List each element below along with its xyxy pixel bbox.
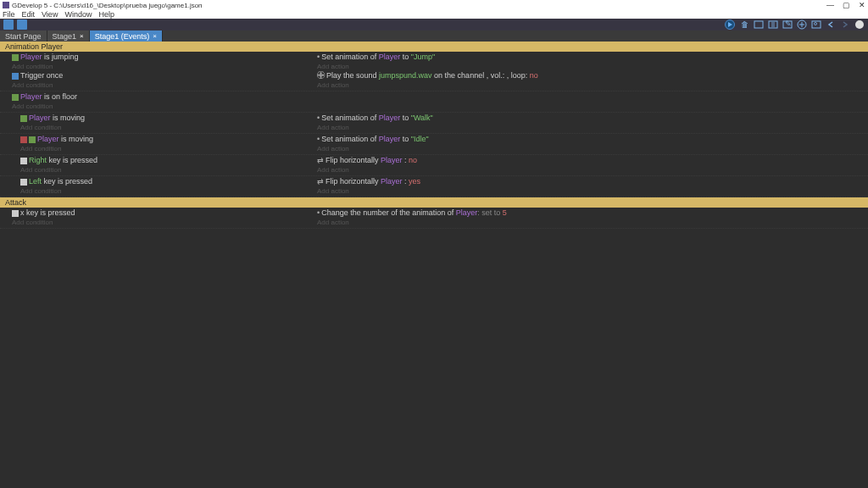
tab-stage1-events[interactable]: Stage1 (Events)× — [90, 30, 163, 42]
number-value: 5 — [503, 208, 507, 217]
bullet-icon: • — [317, 208, 320, 217]
search-events-icon[interactable] — [811, 19, 821, 30]
conditions-column[interactable]: Player is on floor Add condition — [0, 92, 314, 112]
condition-text: Trigger once — [20, 71, 63, 80]
add-action-link[interactable]: Add action — [317, 165, 865, 175]
menu-view[interactable]: View — [42, 10, 58, 19]
action-text: to — [400, 53, 411, 61]
tab-close-icon[interactable]: × — [80, 32, 84, 40]
object-ref: Player — [379, 135, 401, 143]
add-condition-link[interactable]: Add condition — [20, 165, 310, 175]
svg-point-7 — [855, 20, 864, 29]
add-condition-link[interactable]: Add condition — [20, 144, 310, 153]
undo-icon[interactable] — [826, 19, 836, 30]
window-title: GDevelop 5 - C:\Users\d16_\Desktop\prueb… — [12, 2, 826, 9]
tab-close-icon[interactable]: × — [153, 32, 157, 40]
action-text: to — [400, 114, 411, 122]
project-manager-icon[interactable] — [3, 19, 14, 30]
preview-play-button[interactable] — [725, 19, 735, 30]
action-text: to — [400, 135, 411, 143]
actions-column[interactable] — [314, 92, 868, 112]
object-ref: Player — [29, 114, 51, 122]
actions-column[interactable]: ⇄Flip horizontally Player : yes Add acti… — [314, 176, 868, 197]
actions-column[interactable]: •Set animation of Player to "Walk" Add a… — [314, 113, 868, 133]
action-text: Set animation of — [321, 114, 379, 122]
key-name: Left — [29, 177, 42, 186]
window-titlebar: GDevelop 5 - C:\Users\d16_\Desktop\prueb… — [0, 0, 868, 10]
condition-text: is moving — [59, 135, 94, 143]
add-action-link[interactable]: Add action — [317, 62, 865, 71]
event-row[interactable]: Player is on floor Add condition — [0, 92, 868, 113]
action-text: Play the sound — [326, 71, 379, 80]
tab-label: Stage1 (Events) — [95, 32, 150, 41]
event-row[interactable]: x key is pressed Add condition •Change t… — [0, 208, 868, 229]
add-action-link[interactable]: Add action — [317, 80, 865, 90]
conditions-column[interactable]: Left key is pressed Add condition — [0, 176, 314, 197]
bullet-icon: • — [317, 135, 320, 143]
add-action-link[interactable]: Add action — [317, 123, 865, 132]
conditions-column[interactable]: Player is moving Add condition — [0, 134, 314, 154]
add-condition-link[interactable]: Add condition — [20, 123, 310, 132]
export-icon[interactable] — [17, 19, 27, 30]
event-row[interactable]: Right key is pressed Add condition ⇄Flip… — [0, 155, 868, 176]
bool-value: no — [409, 156, 417, 164]
profile-icon[interactable] — [854, 19, 865, 30]
add-condition-link[interactable]: Add condition — [20, 186, 310, 196]
event-row[interactable]: Player is jumping Add condition Trigger … — [0, 52, 868, 92]
add-condition-link[interactable]: Add condition — [12, 62, 310, 71]
events-sheet: Animation Player Player is jumping Add c… — [0, 42, 868, 229]
add-action-link[interactable]: Add action — [317, 186, 865, 196]
trigger-once-icon — [12, 73, 19, 80]
add-subevent-icon[interactable] — [768, 19, 778, 30]
window-close-button[interactable]: ✕ — [859, 1, 865, 9]
group-animation-player[interactable]: Animation Player — [0, 42, 868, 52]
object-ref: Player — [379, 114, 401, 122]
event-row[interactable]: Player is moving Add condition •Set anim… — [0, 113, 868, 134]
action-text: Set animation of — [321, 135, 379, 143]
file-value: jumpspund.wav — [379, 71, 432, 80]
tab-start-page[interactable]: Start Page — [0, 30, 47, 42]
menu-edit[interactable]: Edit — [22, 10, 36, 19]
menu-help[interactable]: Help — [98, 10, 114, 19]
window-minimize-button[interactable]: — — [826, 1, 834, 9]
delete-icon[interactable]: 🗑 — [739, 19, 749, 30]
group-attack[interactable]: Attack — [0, 197, 868, 208]
action-text: Flip horizontally — [326, 156, 381, 164]
bool-value: no — [530, 71, 538, 80]
tab-label: Stage1 — [53, 32, 77, 41]
tab-stage1[interactable]: Stage1× — [47, 30, 90, 42]
conditions-column[interactable]: Player is moving Add condition — [0, 113, 314, 133]
actions-column[interactable]: •Set animation of Player to "Jump" Add a… — [314, 52, 868, 91]
svg-point-6 — [815, 23, 817, 25]
actions-column[interactable]: •Set animation of Player to "Idle" Add a… — [314, 134, 868, 154]
string-value: "Jump" — [411, 53, 435, 61]
object-icon — [12, 94, 19, 101]
actions-column[interactable]: ⇄Flip horizontally Player : no Add actio… — [314, 155, 868, 175]
actions-column[interactable]: •Change the number of the animation of P… — [314, 208, 868, 228]
add-condition-link[interactable]: Add condition — [12, 80, 310, 90]
object-ref: Player — [20, 53, 42, 61]
add-action-link[interactable]: Add action — [317, 218, 865, 227]
conditions-column[interactable]: Right key is pressed Add condition — [0, 155, 314, 175]
condition-text: is on floor — [42, 92, 78, 101]
object-ref: Player — [20, 92, 42, 101]
add-other-event-icon[interactable] — [797, 19, 807, 30]
event-row[interactable]: Player is moving Add condition •Set anim… — [0, 134, 868, 155]
menu-file[interactable]: File — [3, 10, 15, 19]
conditions-column[interactable]: x key is pressed Add condition — [0, 208, 314, 228]
window-maximize-button[interactable]: ▢ — [843, 1, 850, 9]
add-comment-icon[interactable]: ✎ — [782, 19, 793, 30]
condition-text: key is pressed — [42, 177, 92, 186]
tab-bar: Start Page Stage1× Stage1 (Events)× — [0, 30, 868, 42]
add-condition-link[interactable]: Add condition — [12, 102, 310, 111]
add-action-link[interactable]: Add action — [317, 144, 865, 153]
menu-window[interactable]: Window — [64, 10, 92, 19]
add-condition-link[interactable]: Add condition — [12, 218, 310, 227]
condition-text: is jumping — [42, 53, 79, 61]
flip-icon: ⇄ — [317, 177, 324, 186]
action-text: : — [403, 156, 409, 164]
conditions-column[interactable]: Player is jumping Add condition Trigger … — [0, 52, 314, 91]
redo-icon[interactable] — [840, 19, 850, 30]
add-event-icon[interactable] — [754, 19, 764, 30]
event-row[interactable]: Left key is pressed Add condition ⇄Flip … — [0, 176, 868, 197]
